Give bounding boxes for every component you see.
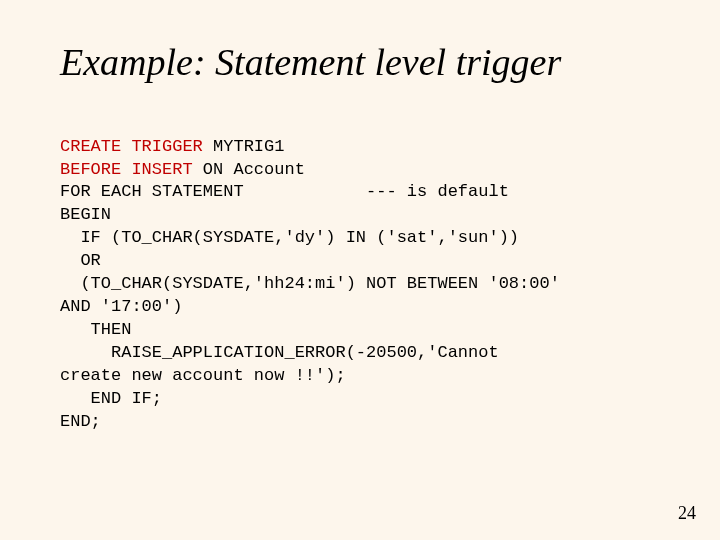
- slide: Example: Statement level trigger CREATE …: [0, 0, 720, 540]
- code-line-9: THEN: [60, 320, 131, 339]
- page-number: 24: [678, 503, 696, 524]
- code-line-5: IF (TO_CHAR(SYSDATE,'dy') IN ('sat','sun…: [60, 228, 519, 247]
- code-kw-before-insert: BEFORE INSERT: [60, 160, 193, 179]
- code-line-11: create new account now !!');: [60, 366, 346, 385]
- code-line-3: FOR EACH STATEMENT --- is default: [60, 182, 509, 201]
- slide-title: Example: Statement level trigger: [60, 40, 660, 86]
- code-line-10: RAISE_APPLICATION_ERROR(-20500,'Cannot: [60, 343, 499, 362]
- code-kw-create-trigger: CREATE TRIGGER: [60, 137, 203, 156]
- code-block: CREATE TRIGGER MYTRIG1 BEFORE INSERT ON …: [60, 136, 660, 434]
- code-line-2b: ON Account: [193, 160, 305, 179]
- code-line-12: END IF;: [60, 389, 162, 408]
- code-line-13: END;: [60, 412, 101, 431]
- code-line-6: OR: [60, 251, 101, 270]
- code-line-4: BEGIN: [60, 205, 111, 224]
- code-line-1b: MYTRIG1: [203, 137, 285, 156]
- code-line-7: (TO_CHAR(SYSDATE,'hh24:mi') NOT BETWEEN …: [60, 274, 560, 293]
- code-line-8: AND '17:00'): [60, 297, 182, 316]
